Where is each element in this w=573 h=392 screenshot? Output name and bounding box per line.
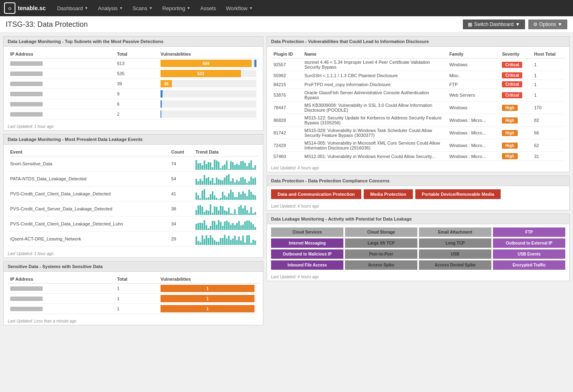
switch-dashboard-button[interactable]: ▦ Switch Dashboard ▼ — [463, 19, 525, 29]
col-total: Total — [115, 50, 158, 58]
nav-workflow[interactable]: Workflow ▼ — [221, 0, 258, 16]
svg-rect-88 — [252, 195, 254, 200]
activity-cell[interactable]: Long TCP — [419, 238, 491, 248]
table-row: 1 1 — [8, 294, 259, 304]
svg-rect-9 — [214, 160, 215, 170]
compliance-button[interactable]: Portable Device/Removable Media — [415, 189, 501, 199]
svg-rect-138 — [232, 223, 234, 230]
svg-rect-177 — [250, 243, 252, 245]
svg-rect-47 — [230, 181, 232, 185]
logo-text: tenable.sc — [18, 5, 46, 11]
svg-rect-159 — [214, 240, 215, 245]
activity-cell[interactable]: Inbound File Access — [271, 260, 343, 270]
svg-rect-156 — [208, 238, 209, 245]
nav-reporting[interactable]: Reporting ▼ — [157, 0, 195, 16]
activity-cell[interactable]: Outbound to External IP — [493, 238, 565, 248]
widget-top-subnets-title: Data Leakage Monitoring - Top Subnets wi… — [4, 37, 263, 47]
svg-rect-6 — [208, 162, 209, 170]
host-total: 31 — [532, 152, 565, 161]
svg-rect-174 — [244, 243, 246, 245]
svg-rect-122 — [200, 223, 201, 230]
top-navigation: ◇ tenable.sc Dashboard ▼ Analysis ▼ Scan… — [0, 0, 573, 16]
svg-rect-61 — [198, 195, 199, 200]
activity-cell[interactable]: Large Xfr TCP — [345, 238, 417, 248]
svg-rect-2 — [200, 163, 201, 170]
event-name: PVS-Credit_Card_Client_Data_Leakage_Dete… — [8, 186, 169, 201]
ip-address — [8, 284, 115, 294]
svg-rect-36 — [208, 177, 209, 185]
svg-rect-64 — [204, 189, 205, 200]
activity-cell[interactable]: Encrypted Traffic — [493, 260, 565, 270]
svg-rect-4 — [204, 160, 205, 170]
svg-rect-62 — [200, 198, 201, 200]
event-name: PVS-Credit_Card_Server_Data_Leakage_Dete… — [8, 201, 169, 217]
col-event: Event — [8, 148, 169, 156]
activity-cell[interactable]: Cloud Services — [271, 227, 343, 237]
activity-cell[interactable]: Outbound to Malicious IP — [271, 249, 343, 259]
svg-rect-84 — [244, 193, 246, 200]
ip-address — [8, 69, 115, 79]
vuln-name: ProFTPD mod_copy Information Disclosure — [302, 80, 447, 89]
svg-rect-115 — [246, 210, 248, 215]
activity-cell[interactable]: Cloud Storage — [345, 227, 417, 237]
svg-rect-68 — [212, 191, 213, 200]
activity-cell[interactable]: Peer-to-Peer — [345, 249, 417, 259]
table-row: 2 — [8, 109, 259, 119]
svg-rect-141 — [238, 221, 240, 230]
widget-top-subnets: Data Leakage Monitoring - Top Subnets wi… — [3, 36, 263, 131]
activity-cell[interactable]: Email Attachment — [419, 227, 491, 237]
svg-rect-12 — [220, 168, 221, 170]
svg-rect-13 — [222, 166, 224, 170]
page-title: ITSG-33: Data Protection — [6, 20, 88, 29]
svg-rect-165 — [226, 238, 228, 245]
svg-rect-113 — [242, 208, 244, 215]
event-name: PVS-Credit_Card_Client_Data_Leakage_Dete… — [8, 217, 169, 232]
vuln-bar — [158, 89, 259, 99]
svg-rect-131 — [218, 220, 219, 230]
svg-rect-73 — [222, 192, 224, 200]
svg-rect-22 — [240, 161, 242, 170]
svg-rect-93 — [202, 207, 203, 215]
event-count: 41 — [169, 186, 193, 201]
svg-rect-142 — [240, 225, 242, 230]
widget-sensitive-data-body: IP Address Total Vulnerabilities 1 1 1 — [4, 272, 263, 317]
vuln-name: MS14-005: Vulnerability in Microsoft XML… — [302, 139, 447, 152]
ip-address — [8, 58, 115, 69]
svg-rect-20 — [236, 164, 238, 170]
svg-rect-71 — [218, 199, 219, 200]
svg-rect-107 — [230, 213, 232, 215]
plugin-id: 72428 — [271, 139, 302, 152]
nav-dashboard[interactable]: Dashboard ▼ — [52, 0, 93, 16]
svg-rect-66 — [208, 197, 209, 200]
activity-cell[interactable]: USB — [419, 249, 491, 259]
severity-badge: Critical — [499, 89, 532, 102]
nav-assets[interactable]: Assets — [195, 0, 221, 16]
table-row: PVS-Credit_Card_Client_Data_Leakage_Dete… — [8, 186, 259, 201]
activity-cell[interactable]: Internet Messaging — [271, 238, 343, 248]
compliance-button[interactable]: Media Protection — [364, 189, 413, 199]
svg-rect-8 — [212, 167, 213, 170]
right-column: Data Protection - Vulnerabilities that C… — [267, 36, 570, 389]
activity-cell[interactable]: Access Denied Spike — [419, 260, 491, 270]
widget-vulnerabilities: Data Protection - Vulnerabilities that C… — [267, 36, 570, 172]
svg-rect-27 — [250, 160, 252, 170]
chevron-down-icon: ▼ — [558, 22, 562, 27]
svg-rect-29 — [254, 165, 256, 170]
nav-analysis[interactable]: Analysis ▼ — [93, 0, 128, 16]
compliance-button[interactable]: Data and Communication Protection — [271, 189, 361, 199]
svg-rect-45 — [226, 175, 228, 185]
nav-scans[interactable]: Scans ▼ — [128, 0, 157, 16]
total-count: 535 — [115, 69, 158, 79]
activity-cell[interactable]: USB Events — [493, 249, 565, 259]
activity-cell[interactable]: FTP — [493, 227, 565, 237]
options-button[interactable]: ⚙ Options ▼ — [528, 19, 567, 29]
svg-rect-135 — [226, 221, 228, 230]
svg-rect-11 — [218, 162, 219, 170]
svg-rect-63 — [202, 191, 203, 200]
page-header: ITSG-33: Data Protection ▦ Switch Dashbo… — [0, 16, 573, 33]
vuln-family: Windows — [447, 58, 500, 71]
svg-rect-105 — [226, 211, 228, 215]
svg-rect-90 — [195, 210, 197, 215]
svg-rect-112 — [240, 205, 242, 215]
activity-cell[interactable]: Access Spike — [345, 260, 417, 270]
